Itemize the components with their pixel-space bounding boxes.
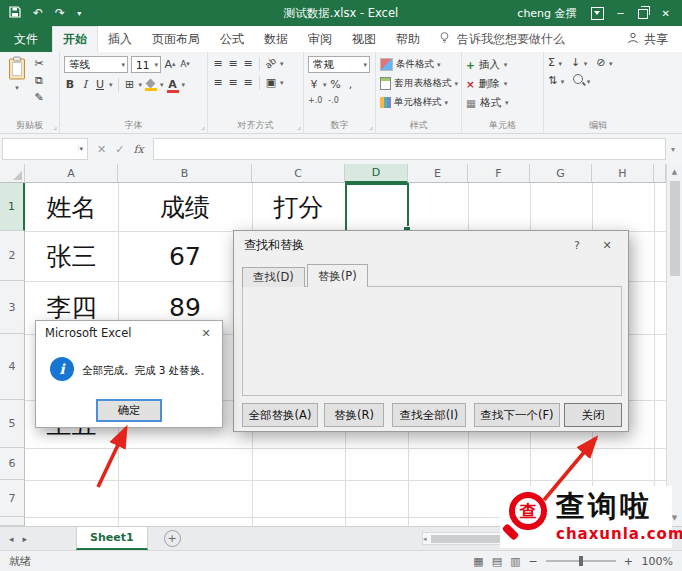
share-button[interactable]: 共享	[627, 26, 682, 52]
row-header-partial[interactable]	[0, 517, 25, 526]
replace-all-button[interactable]: 全部替换(A)	[242, 403, 318, 427]
row-header-6[interactable]: 6	[0, 448, 25, 480]
cell-styles-button[interactable]: 单元格样式 ▾	[380, 94, 458, 111]
tab-file[interactable]: 文件	[0, 26, 52, 52]
dialog-tab-replace[interactable]: 替换(P)	[307, 264, 368, 287]
format-painter-icon[interactable]: ✎	[33, 90, 45, 105]
align-bottom-icon[interactable]: ≡	[242, 56, 254, 71]
close-button[interactable]: 关闭	[564, 403, 622, 427]
select-all-corner[interactable]	[0, 164, 25, 183]
bold-button[interactable]: B	[64, 77, 76, 92]
conditional-formatting-button[interactable]: 条件格式 ▾	[380, 56, 458, 73]
normal-view-icon[interactable]: ▦	[473, 555, 483, 568]
tab-view[interactable]: 视图	[342, 26, 386, 52]
align-top-icon[interactable]: ≡	[212, 56, 224, 71]
font-name-dropdown-icon[interactable]: ▾	[121, 61, 125, 69]
undo-icon[interactable]: ↶	[33, 6, 43, 20]
dialog-close-icon[interactable]: ✕	[594, 235, 620, 255]
tab-insert[interactable]: 插入	[98, 26, 142, 52]
tab-help[interactable]: 帮助	[386, 26, 430, 52]
align-middle-icon[interactable]: ≡	[227, 56, 239, 71]
clear-icon[interactable]: ⊘ ▾	[596, 56, 612, 69]
number-dialog-launcher-icon[interactable]: ⌟	[369, 122, 373, 131]
scroll-up-icon[interactable]: ▲	[672, 168, 677, 176]
insert-function-icon[interactable]: fx	[133, 143, 143, 156]
column-header-c[interactable]: C	[252, 164, 345, 183]
paste-dropdown-icon[interactable]: ▾	[15, 84, 19, 92]
autosum-icon[interactable]: Σ ▾	[548, 56, 562, 69]
row-header-5[interactable]: 5	[0, 400, 25, 448]
zoom-level[interactable]: 100%	[641, 555, 673, 568]
zoom-out-icon[interactable]: −	[529, 555, 538, 568]
cell-selection-D1[interactable]	[345, 183, 409, 232]
copy-icon[interactable]: ⧉	[33, 73, 45, 88]
column-header-e[interactable]: E	[408, 164, 468, 183]
formula-input[interactable]	[153, 138, 666, 160]
format-as-table-button[interactable]: 套用表格格式 ▾	[380, 75, 458, 92]
align-right-icon[interactable]: ≡	[242, 75, 254, 90]
restore-button[interactable]	[638, 9, 648, 19]
sheet-nav-right-icon[interactable]: ▸	[23, 534, 28, 544]
merge-dropdown-icon[interactable]: ▾	[280, 79, 284, 87]
enter-icon[interactable]: ✓	[115, 143, 124, 156]
ribbon-display-options-icon[interactable]	[591, 7, 604, 20]
find-select-icon[interactable]: ▾	[573, 74, 590, 87]
cut-icon[interactable]: ✂	[33, 56, 45, 71]
number-format-dropdown-icon[interactable]: ▾	[363, 61, 367, 69]
fill-color-dropdown-icon[interactable]: ▾	[160, 81, 164, 89]
hscroll-left-icon[interactable]: ◂	[423, 535, 427, 543]
font-color-icon[interactable]: A	[167, 77, 179, 92]
redo-icon[interactable]: ↷	[55, 6, 65, 20]
close-window-button[interactable]: ✕	[662, 8, 670, 19]
column-header-a[interactable]: A	[25, 164, 118, 183]
font-dialog-launcher-icon[interactable]: ⌟	[201, 122, 205, 131]
fill-color-icon[interactable]	[145, 79, 157, 91]
row-header-3[interactable]: 3	[0, 281, 25, 334]
find-next-button[interactable]: 查找下一个(F)	[474, 403, 560, 427]
tab-review[interactable]: 审阅	[298, 26, 342, 52]
column-header-g[interactable]: G	[530, 164, 592, 183]
tab-data[interactable]: 数据	[254, 26, 298, 52]
italic-button[interactable]: I	[79, 77, 91, 92]
tab-page-layout[interactable]: 页面布局	[142, 26, 210, 52]
replace-button[interactable]: 替换(R)	[324, 403, 384, 427]
sheet-nav-left-icon[interactable]: ◂	[9, 534, 14, 544]
align-left-icon[interactable]: ≡	[212, 75, 224, 90]
cell-B2[interactable]: 67	[118, 231, 252, 281]
vertical-scroll-thumb[interactable]	[670, 181, 680, 276]
column-header-b[interactable]: B	[118, 164, 252, 183]
font-size-dropdown-icon[interactable]: ▾	[154, 61, 158, 69]
zoom-slider[interactable]	[546, 560, 616, 562]
zoom-slider-thumb[interactable]	[579, 556, 583, 566]
customize-quick-access-icon[interactable]: ▾	[77, 9, 81, 18]
cell-B1[interactable]: 成绩	[118, 183, 252, 231]
tell-me-box[interactable]: 告诉我您想要做什么	[438, 26, 565, 52]
cell-A1[interactable]: 姓名	[25, 183, 118, 231]
delete-cells-button[interactable]: × 删除 ▾	[466, 75, 540, 92]
fill-icon[interactable]: ↓ ▾	[571, 56, 587, 69]
message-box-close-icon[interactable]: ✕	[195, 324, 217, 342]
row-header-2[interactable]: 2	[0, 231, 25, 281]
accounting-format-icon[interactable]: ¥	[308, 77, 320, 92]
page-break-view-icon[interactable]: ▥	[510, 555, 520, 568]
borders-dropdown-icon[interactable]: ▾	[139, 81, 143, 89]
format-cells-button[interactable]: ▦ 格式 ▾	[466, 94, 540, 111]
dialog-tab-find[interactable]: 查找(D)	[242, 267, 305, 287]
column-header-h[interactable]: H	[592, 164, 654, 183]
font-color-dropdown-icon[interactable]: ▾	[182, 81, 186, 89]
row-header-1[interactable]: 1	[0, 183, 25, 231]
row-header-7[interactable]: 7	[0, 480, 25, 517]
font-name-combo[interactable]: 等线 ▾	[64, 56, 128, 73]
decrease-font-size-icon[interactable]: A▾	[179, 57, 191, 72]
accounting-dropdown-icon[interactable]: ▾	[323, 81, 327, 89]
cell-C1[interactable]: 打分	[252, 183, 345, 231]
name-box[interactable]: ▾	[2, 138, 88, 160]
dialog-help-icon[interactable]: ?	[564, 235, 590, 255]
orientation-dropdown-icon[interactable]: ▾	[280, 60, 284, 68]
sort-filter-icon[interactable]: ⇅ ▾	[548, 74, 564, 87]
cell-A2[interactable]: 张三	[25, 231, 118, 281]
underline-dropdown-icon[interactable]: ▾	[109, 81, 113, 89]
zoom-in-icon[interactable]: +	[624, 555, 633, 568]
percent-style-icon[interactable]: %	[330, 77, 342, 92]
insert-cells-button[interactable]: + 插入 ▾	[466, 56, 540, 73]
